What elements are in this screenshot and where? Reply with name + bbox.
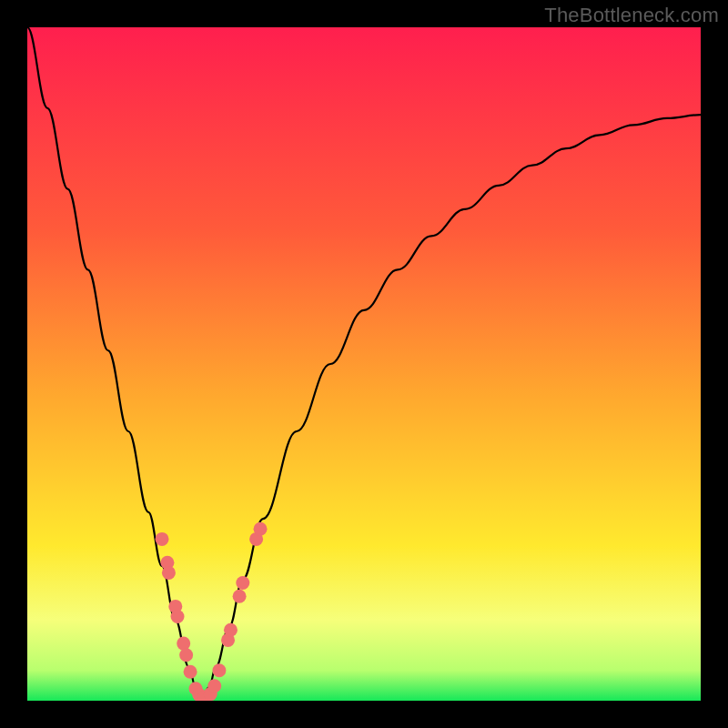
- plot-area: [27, 27, 701, 701]
- curve-marker: [224, 623, 238, 637]
- bottleneck-curve: [27, 27, 701, 697]
- curve-marker: [254, 522, 268, 536]
- curve-marker: [156, 532, 169, 546]
- curve-marker: [207, 679, 221, 693]
- bottleneck-curve-svg: [27, 27, 701, 701]
- curve-marker: [162, 566, 176, 580]
- curve-marker: [212, 663, 226, 677]
- curve-marker: [236, 576, 249, 590]
- marker-group: [156, 522, 268, 701]
- curve-marker: [184, 665, 197, 679]
- curve-marker: [177, 637, 190, 651]
- attribution-label: TheBottleneck.com: [544, 4, 719, 27]
- curve-marker: [171, 610, 185, 623]
- curve-marker: [179, 648, 193, 662]
- chart-frame: TheBottleneck.com: [0, 0, 728, 728]
- curve-marker: [233, 590, 247, 603]
